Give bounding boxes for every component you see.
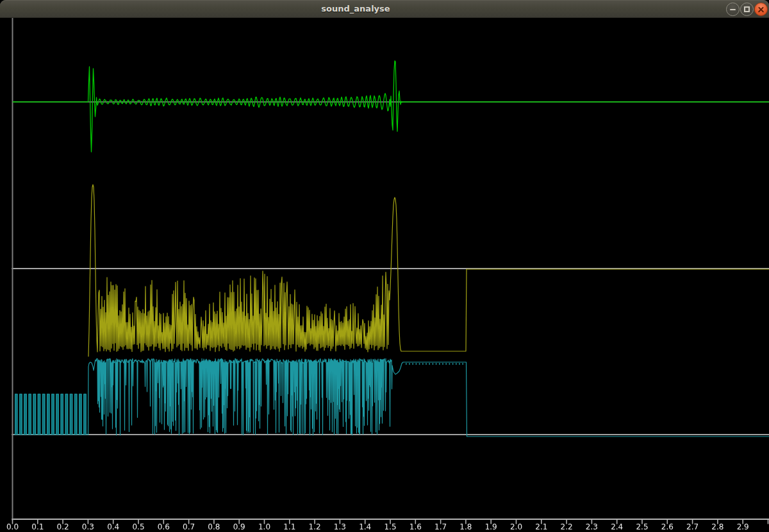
maximize-button[interactable] [740, 3, 754, 16]
sound-plot-canvas [0, 0, 769, 532]
window-title: sound_analyse [0, 0, 711, 18]
minimize-icon [730, 9, 736, 10]
maximize-icon [744, 6, 750, 12]
titlebar[interactable]: sound_analyse [0, 0, 769, 18]
app-window: sound_analyse 0.00.10.20.30.40.50.60.70.… [0, 0, 769, 532]
minimize-button[interactable] [726, 3, 740, 16]
close-button[interactable] [754, 3, 768, 16]
